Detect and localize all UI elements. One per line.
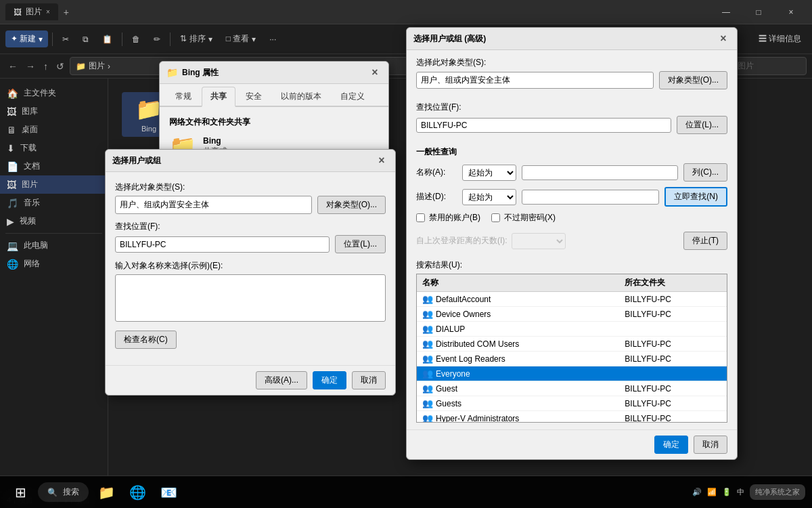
forward-btn[interactable]: → — [23, 58, 38, 75]
adv-location-btn[interactable]: 位置(L)... — [677, 116, 727, 134]
start-button[interactable]: ⊞ — [7, 479, 34, 506]
results-table-container[interactable]: 名称 所在文件夹 👥DefaultAccountBILLYFU-PC👥Devic… — [416, 274, 727, 423]
check-names-btn[interactable]: 检查名称(C) — [115, 331, 177, 349]
result-row[interactable]: 👥GuestsBILLYFU-PC — [417, 396, 727, 411]
result-location: BILLYFU-PC — [619, 352, 727, 366]
adv-dialog-close-btn[interactable]: × — [717, 32, 730, 45]
sidebar-item-gallery[interactable]: 🖼 图库 — [0, 102, 108, 121]
maximize-btn[interactable]: □ — [743, 3, 774, 22]
result-name: 👥DIALUP — [417, 322, 619, 337]
sidebar-item-videos[interactable]: ▶ 视频 — [0, 212, 108, 230]
col-location-header: 所在文件夹 — [619, 274, 727, 292]
taskbar: ⊞ 🔍 搜索 📁 🌐 📧 🔊 📶 🔋 中 纯净系统之家 — [0, 475, 812, 508]
language-indicator[interactable]: 中 — [737, 487, 744, 497]
taskbar-mail-icon[interactable]: 📧 — [155, 479, 182, 506]
close-btn[interactable]: × — [775, 3, 807, 22]
result-row[interactable]: 👥Hyper-V AdministratorsBILLYFU-PC — [417, 411, 727, 423]
adv-desc-input[interactable] — [522, 190, 659, 205]
tab-security[interactable]: 安全 — [237, 87, 271, 106]
find-now-btn[interactable]: 立即查找(N) — [664, 187, 727, 207]
tab-custom[interactable]: 自定义 — [332, 87, 374, 106]
tab-pictures[interactable]: 🖼 图片 × — [5, 3, 58, 20]
adv-cancel-btn[interactable]: 取消 — [694, 436, 727, 454]
more-icon: ··· — [269, 35, 276, 44]
volume-icon[interactable]: 🔊 — [692, 488, 702, 496]
sidebar-item-home[interactable]: 🏠 主文件夹 — [0, 84, 108, 102]
more-button[interactable]: ··· — [264, 32, 281, 47]
object-name-input[interactable] — [115, 274, 386, 322]
object-type-value: 用户、组或内置安全主体 — [115, 196, 312, 214]
delete-button[interactable]: 🗑 — [127, 32, 145, 47]
adv-desc-prefix-select[interactable]: 起始为 — [462, 189, 516, 205]
tab-close-btn[interactable]: × — [46, 8, 50, 16]
cut-button[interactable]: ✂ — [57, 32, 74, 47]
result-row[interactable]: 👥Device OwnersBILLYFU-PC — [417, 307, 727, 322]
sidebar-item-desktop[interactable]: 🖥 桌面 — [0, 121, 108, 139]
tab-sharing[interactable]: 共享 — [202, 87, 235, 107]
result-row-icon: 👥 — [422, 324, 433, 334]
object-type-btn[interactable]: 对象类型(O)... — [317, 196, 386, 214]
adv-stop-btn[interactable]: 停止(T) — [683, 232, 727, 250]
result-location: BILLYFU-PC — [619, 292, 727, 307]
new-button[interactable]: ✦ 新建 ▾ — [5, 30, 48, 47]
sidebar-label-thispc: 此电脑 — [24, 240, 48, 251]
no-expire-checkbox[interactable] — [491, 213, 500, 222]
copy-button[interactable]: ⧉ — [77, 32, 94, 47]
sidebar-item-music[interactable]: 🎵 音乐 — [0, 194, 108, 212]
videos-icon: ▶ — [7, 216, 14, 227]
home-icon: 🏠 — [7, 88, 18, 99]
adv-location-row: BILLYFU-PC 位置(L)... — [416, 116, 727, 134]
sidebar-item-documents[interactable]: 📄 文档 — [0, 157, 108, 175]
adv-days-select[interactable] — [512, 233, 566, 249]
taskbar-explorer-icon[interactable]: 📁 — [93, 479, 120, 506]
new-tab-btn[interactable]: + — [58, 4, 74, 20]
details-button[interactable]: ☰ 详细信息 — [753, 30, 807, 47]
bing-props-close-btn[interactable]: × — [368, 66, 382, 79]
network-indicator-icon[interactable]: 📶 — [707, 488, 717, 496]
result-name: 👥Distributed COM Users — [417, 337, 619, 352]
result-row-icon: 👥 — [422, 309, 433, 319]
advanced-btn[interactable]: 高级(A)... — [256, 371, 307, 389]
select-user-ok-btn[interactable]: 确定 — [313, 371, 346, 389]
select-user-cancel-btn[interactable]: 取消 — [352, 371, 386, 389]
sidebar-item-downloads[interactable]: ⬇ 下载 — [0, 139, 108, 157]
documents-icon: 📄 — [7, 161, 18, 172]
toolbar-right: ☰ 详细信息 — [753, 30, 807, 47]
tab-previous[interactable]: 以前的版本 — [272, 87, 330, 106]
taskbar-search[interactable]: 🔍 搜索 — [38, 482, 89, 502]
adv-ok-btn[interactable]: 确定 — [654, 436, 688, 454]
disabled-accounts-checkbox[interactable] — [416, 213, 425, 222]
up-btn[interactable]: ↑ — [41, 58, 51, 75]
refresh-btn[interactable]: ↺ — [53, 58, 67, 75]
view-label: □ 查看 — [226, 33, 250, 45]
rename-button[interactable]: ✏ — [148, 32, 166, 47]
file-name: Bing — [141, 125, 156, 133]
toolbar-sep-3 — [170, 33, 171, 46]
adv-object-type-btn[interactable]: 对象类型(O)... — [659, 71, 727, 89]
tab-general[interactable]: 常规 — [166, 87, 200, 106]
location-btn[interactable]: 位置(L)... — [335, 235, 386, 253]
sort-button[interactable]: ⇅ 排序 ▾ — [175, 30, 217, 47]
result-location: BILLYFU-PC — [619, 337, 727, 352]
taskbar-edge-icon[interactable]: 🌐 — [124, 479, 151, 506]
result-row[interactable]: 👥Everyone — [417, 366, 727, 381]
back-btn[interactable]: ← — [5, 58, 20, 75]
select-user-close-btn[interactable]: × — [375, 154, 388, 167]
result-row[interactable]: 👥Event Log ReadersBILLYFU-PC — [417, 352, 727, 366]
battery-icon[interactable]: 🔋 — [722, 488, 731, 496]
adv-columns-btn[interactable]: 列(C)... — [683, 163, 727, 182]
taskbar-search-text: 搜索 — [63, 486, 79, 498]
view-button[interactable]: □ 查看 ▾ — [221, 30, 262, 47]
minimize-btn[interactable]: — — [710, 3, 742, 22]
sidebar-item-thispc[interactable]: 💻 此电脑 — [0, 236, 108, 255]
result-row[interactable]: 👥DefaultAccountBILLYFU-PC — [417, 292, 727, 307]
paste-button[interactable]: 📋 — [97, 32, 118, 47]
result-row[interactable]: 👥DIALUP — [417, 322, 727, 337]
result-row[interactable]: 👥GuestBILLYFU-PC — [417, 381, 727, 396]
result-row[interactable]: 👥Distributed COM UsersBILLYFU-PC — [417, 337, 727, 352]
brand-logo: 纯净系统之家 — [750, 484, 805, 500]
sidebar-item-pictures[interactable]: 🖼 图片 — [0, 175, 108, 194]
adv-name-prefix-select[interactable]: 起始为 — [462, 165, 516, 181]
sidebar-item-network[interactable]: 🌐 网络 — [0, 255, 108, 273]
adv-name-input[interactable] — [522, 165, 678, 180]
